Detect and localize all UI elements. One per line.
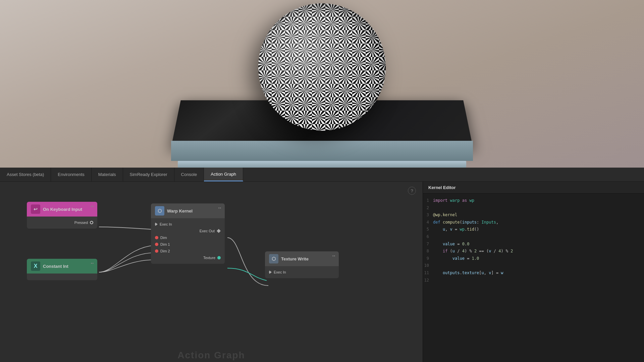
action-graph-area: ? ↩ On Keyboard Input Pressed •• ⬡ Warp	[0, 182, 644, 362]
node-keyboard-dots: ••	[91, 204, 94, 208]
checkerboard-sphere	[258, 3, 386, 131]
node-texture-dots: ••	[332, 254, 335, 258]
node-const-int[interactable]: X Constant Int ••	[27, 259, 97, 280]
tab-materials[interactable]: Materials	[92, 168, 123, 181]
code-line-12: 12	[423, 277, 644, 284]
node-const-title: Constant Int	[43, 264, 68, 269]
code-area[interactable]: 1 import warp as wp 2 3 @wp.kernel 4 def…	[423, 194, 644, 287]
action-graph-label: Action Graph	[0, 349, 423, 362]
port-dim2-label: Dim 2	[160, 249, 170, 253]
port-dim1-row: Dim 1	[151, 241, 225, 248]
tab-action-graph[interactable]: Action Graph	[204, 168, 243, 181]
port-exec-in-label: Exec In	[160, 222, 172, 226]
sphere-container	[258, 3, 386, 131]
port-exec-out-dot	[217, 229, 221, 233]
node-warp[interactable]: ⬡ Warp Kernel Exec In Exec Out Dim Dim 1	[151, 203, 225, 264]
code-line-11: 11 outputs.texture[u, v] = w	[423, 269, 644, 277]
node-texture-title: Texture Write	[281, 256, 309, 261]
node-const-header: X Constant Int	[27, 259, 97, 274]
platform-side	[171, 141, 473, 161]
node-warp-dots: ••	[218, 206, 221, 210]
node-keyboard-icon: ↩	[31, 204, 40, 214]
code-line-2: 2	[423, 204, 644, 212]
node-const-dots: ••	[91, 261, 94, 265]
port-exec-in-row: Exec In	[151, 221, 225, 228]
port-dim1-label: Dim 1	[160, 242, 170, 246]
tab-simready-explorer[interactable]: SimReady Explorer	[123, 168, 174, 181]
port-dim2-row: Dim 2	[151, 248, 225, 254]
node-keyboard-body: Pressed	[27, 217, 97, 229]
port-dim-row: Dim	[151, 234, 225, 241]
node-keyboard-header: ↩ On Keyboard Input	[27, 202, 97, 217]
port-texture-exec-in-arrow	[269, 270, 272, 274]
port-dim-dot	[155, 236, 158, 239]
port-texture-exec-in-label: Exec In	[274, 270, 286, 274]
port-texture-exec-in-row: Exec In	[265, 269, 339, 276]
code-line-9: 9 value = 1.0	[423, 255, 644, 262]
platform-edge	[178, 161, 466, 168]
port-exec-out-label: Exec Out	[200, 229, 215, 233]
code-line-8: 8 if (u / 4) % 2 == (v / 4) % 2	[423, 248, 644, 255]
node-warp-header: ⬡ Warp Kernel	[151, 203, 225, 218]
tab-console[interactable]: Console	[174, 168, 204, 181]
node-texture-icon: ⬡	[269, 254, 278, 263]
port-texture-label: Texture	[203, 256, 215, 260]
node-keyboard-title: On Keyboard Input	[43, 207, 82, 212]
port-texture-dot	[217, 256, 221, 259]
kernel-editor: Kernel Editor 1 import warp as wp 2 3 @w…	[423, 182, 644, 362]
port-texture-row: Texture	[151, 254, 225, 261]
tab-asset-stores[interactable]: Asset Stores (beta)	[0, 168, 51, 181]
node-warp-icon: ⬡	[155, 206, 164, 216]
port-dim1-dot	[155, 243, 158, 246]
node-const-icon: X	[31, 261, 40, 271]
kernel-editor-title: Kernel Editor	[423, 182, 644, 194]
port-exec-out-row: Exec Out	[151, 228, 225, 234]
port-dim-label: Dim	[160, 236, 167, 240]
tab-environments[interactable]: Environments	[51, 168, 91, 181]
node-warp-title: Warp Kernel	[167, 208, 193, 214]
node-texture-body: Exec In	[265, 266, 339, 278]
port-pressed-dot	[90, 221, 93, 224]
port-pressed-row: Pressed	[27, 219, 97, 226]
code-line-10: 10	[423, 262, 644, 269]
port-exec-in-arrow	[155, 222, 158, 226]
code-line-3: 3 @wp.kernel	[423, 212, 644, 219]
node-warp-body: Exec In Exec Out Dim Dim 1 Dim 2 Texture	[151, 218, 225, 264]
code-line-7: 7 value = 0.0	[423, 241, 644, 248]
node-const-body	[27, 274, 97, 280]
tabbar: Asset Stores (beta) Environments Materia…	[0, 168, 644, 182]
code-line-1: 1 import warp as wp	[423, 197, 644, 204]
code-line-6: 6	[423, 233, 644, 241]
node-keyboard[interactable]: ↩ On Keyboard Input Pressed ••	[27, 202, 97, 229]
node-texture-header: ⬡ Texture Write	[265, 251, 339, 266]
code-line-5: 5 u, v = wp.tid()	[423, 226, 644, 233]
node-texture-write[interactable]: ⬡ Texture Write Exec In ••	[265, 251, 339, 278]
port-dim2-dot	[155, 249, 158, 253]
code-line-4: 4 def compute(inputs: Inputs,	[423, 219, 644, 226]
help-icon[interactable]: ?	[408, 187, 416, 195]
port-pressed-label: Pressed	[74, 221, 88, 225]
viewport	[0, 0, 644, 168]
